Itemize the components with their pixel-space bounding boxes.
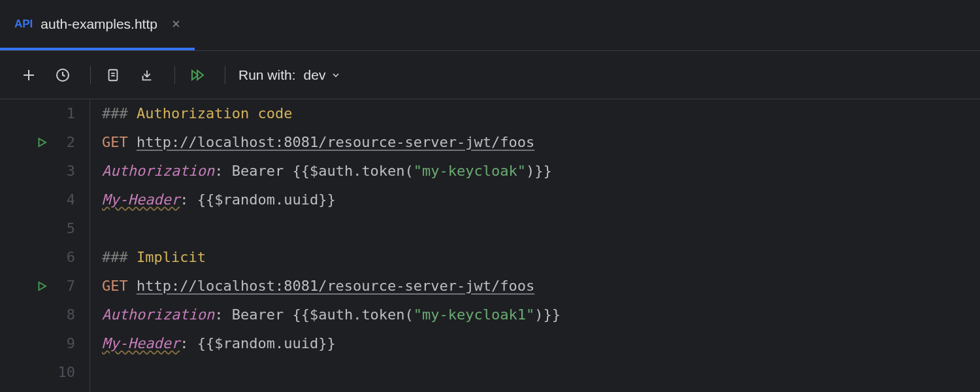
environment-dropdown[interactable]: dev — [304, 67, 342, 83]
code-line: GET http://localhost:8081/resource-serve… — [102, 128, 561, 157]
plus-icon — [21, 67, 37, 83]
separator — [174, 66, 175, 84]
run-all-button[interactable] — [183, 61, 212, 90]
run-request-button[interactable] — [36, 137, 48, 148]
code-line: Authorization: Bearer {{$auth.token("my-… — [102, 301, 561, 329]
clock-icon — [55, 67, 71, 83]
gutter-line: 2 — [0, 128, 90, 157]
code-line: My-Header: {{$random.uuid}} — [102, 186, 561, 214]
import-button[interactable] — [133, 61, 161, 90]
tab-active[interactable]: API auth-examples.http × — [0, 0, 195, 50]
gutter-line: 4 — [0, 186, 90, 214]
run-with-label: Run with: — [238, 67, 296, 83]
toolbar: Run with: dev — [0, 51, 980, 99]
gutter-line: 9 — [0, 329, 90, 358]
svg-marker-10 — [39, 282, 46, 290]
environment-value: dev — [304, 67, 326, 83]
gutter-line: 5 — [0, 214, 90, 243]
code-line: Authorization: Bearer {{$auth.token("my-… — [102, 157, 561, 186]
code-line: ### Authorization code — [102, 99, 561, 128]
document-icon — [106, 68, 120, 82]
add-button[interactable] — [14, 61, 43, 90]
gutter-line: 3 — [0, 157, 90, 186]
gutter-line: 8 — [0, 301, 90, 329]
gutter-line: 10 — [0, 358, 90, 387]
tab-bar: API auth-examples.http × — [0, 0, 980, 51]
play-icon — [36, 280, 48, 292]
separator — [225, 66, 225, 84]
run-request-button[interactable] — [36, 280, 48, 292]
gutter-line: 6 — [0, 243, 90, 272]
code-line — [102, 214, 561, 243]
play-icon — [36, 137, 48, 148]
examples-button[interactable] — [99, 61, 127, 90]
code-line: GET http://localhost:8081/resource-serve… — [102, 272, 561, 301]
gutter: 1 2 3 4 5 6 7 8 9 10 — [0, 99, 90, 392]
history-button[interactable] — [48, 61, 77, 90]
separator — [90, 66, 91, 84]
editor: 1 2 3 4 5 6 7 8 9 10 ### Authorization c… — [0, 99, 980, 392]
code-area[interactable]: ### Authorization code GET http://localh… — [90, 99, 561, 392]
gutter-line: 7 — [0, 272, 90, 301]
code-line — [102, 358, 561, 387]
tab-filename: auth-examples.http — [41, 16, 157, 32]
run-with: Run with: dev — [238, 67, 341, 83]
tab-api-badge: API — [14, 18, 33, 31]
code-line: My-Header: {{$random.uuid}} — [102, 329, 561, 358]
gutter-line: 1 — [0, 99, 90, 128]
close-icon[interactable]: × — [172, 17, 180, 31]
import-icon — [140, 68, 154, 82]
run-all-icon — [189, 67, 205, 83]
code-line: ### Implicit — [102, 243, 561, 272]
chevron-down-icon — [331, 70, 341, 80]
svg-marker-9 — [39, 139, 46, 146]
